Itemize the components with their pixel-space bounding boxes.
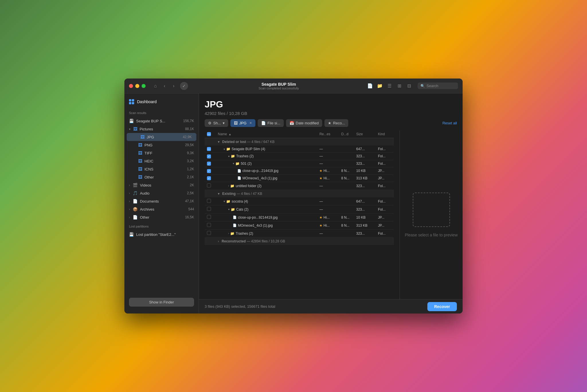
file-size-btn[interactable]: 📄 File si... (258, 119, 284, 127)
folder-icon: 📁 (231, 207, 235, 211)
reconstructed-section-header: › Reconstructed — 42894 files / 10,28 GB (205, 238, 394, 245)
folder-icon: 📁 (235, 162, 240, 166)
sidebar-item-jpg[interactable]: 🖼 JPG 42,9K (127, 133, 196, 141)
sidebar-item-audio[interactable]: › 🎵 Audio 2,5K (124, 189, 199, 197)
recover-button[interactable]: Recover (427, 302, 457, 311)
documents-label: Documents (140, 199, 159, 203)
sidebar-item-other-pics[interactable]: 🖼 Other 2,1K (124, 173, 199, 181)
row-checkbox-seagate[interactable]: — (207, 147, 211, 151)
audio-count: 2,5K (187, 191, 194, 195)
date-modified-btn[interactable]: 📅 Date modified (286, 119, 322, 127)
folder-icon-btn[interactable]: 📁 (376, 82, 384, 90)
table-row: ▾ 📁 socotra (4) — 647... Fol... (205, 197, 394, 205)
file-table-container[interactable]: — Name ▲ Re...es D...d Size Kind (199, 130, 400, 299)
other-expand: › (129, 216, 130, 219)
preview-placeholder (413, 193, 450, 227)
recover-filter-btn[interactable]: ★ Reco... (324, 119, 348, 127)
home-button[interactable]: ⌂ (151, 82, 159, 90)
sidebar: Dashboard Scan results 💾 Seagate BUP S..… (124, 93, 199, 313)
sidebar-item-heic[interactable]: 🖼 HEIC 3,2K (124, 157, 199, 165)
lost-partitions-label: Lost partitions (124, 221, 199, 230)
videos-count: 2K (190, 183, 194, 187)
row-checkbox-untitled[interactable] (207, 183, 211, 187)
row-checkbox-closeup2[interactable] (207, 215, 211, 219)
deleted-collapse[interactable]: ▾ (218, 140, 220, 144)
show-filter-btn[interactable]: ⚙ Sh... ▾ (205, 119, 228, 127)
table-row: ✓ ▾ 📁 501 (2) — 32 (205, 160, 394, 167)
videos-expand: › (129, 184, 130, 187)
reconstructed-collapse[interactable]: › (218, 239, 219, 243)
other-count: 16,5K (185, 215, 194, 219)
grid-view-btn[interactable]: ⊞ (395, 82, 403, 90)
seagate-count: 156,7K (183, 119, 194, 123)
table-row: 📄 close-up-po...9214419.jpg ★ Hi... 8 N.… (205, 213, 394, 222)
sidebar-item-tiff[interactable]: 🖼 TIFF 9,3K (124, 149, 199, 157)
row-name: Cats (2) (236, 207, 249, 211)
close-button[interactable] (129, 84, 133, 88)
table-preview-area: — Name ▲ Re...es D...d Size Kind (199, 130, 463, 299)
sidebar-bottom: Show in Finder (124, 294, 199, 310)
sidebar-item-seagate[interactable]: 💾 Seagate BUP S... 156,7K (124, 117, 199, 125)
row-checkbox-trashes2[interactable] (207, 231, 211, 235)
window-title: Seagate BUP Slim (261, 82, 296, 87)
sidebar-item-png[interactable]: 🖼 PNG 29,5K (124, 141, 199, 149)
archives-icon: 📦 (133, 207, 138, 211)
search-bar[interactable]: 🔍 (418, 83, 458, 89)
search-input[interactable] (426, 84, 455, 88)
pictures-expand: ▾ (129, 128, 130, 131)
minimize-button[interactable] (135, 84, 139, 88)
titlebar-center: Seagate BUP Slim Scan completed successf… (191, 82, 366, 90)
forward-button[interactable]: › (170, 82, 178, 90)
row-name: socotra (4) (232, 199, 248, 203)
sidebar-item-pictures[interactable]: ▾ 🖼 Pictures 88,1K (124, 125, 199, 133)
sidebar-item-documents[interactable]: › 📄 Documents 47,1K (124, 197, 199, 205)
dashboard-item[interactable]: Dashboard (124, 97, 199, 107)
back-button[interactable]: ‹ (161, 82, 169, 90)
jpg-icon: 🖼 (140, 135, 144, 139)
sidebar-item-archives[interactable]: › 📦 Archives 544 (124, 205, 199, 213)
row-checkbox-501[interactable]: ✓ (207, 162, 211, 166)
sidebar-item-icns[interactable]: 🖼 ICNS 1,2K (124, 165, 199, 173)
tiff-label: TIFF (144, 151, 152, 155)
select-all-checkbox[interactable]: — (207, 132, 211, 136)
existing-collapse[interactable]: ▾ (218, 192, 220, 196)
sidebar-item-other[interactable]: › 📄 Other 16,5K (124, 213, 199, 221)
traffic-lights (129, 84, 146, 88)
pictures-count: 88,1K (185, 127, 194, 131)
documents-icon: 📄 (133, 199, 138, 203)
scan-results-label: Scan results (124, 110, 199, 117)
jpg-filter-close[interactable]: ✕ (249, 121, 252, 125)
row-checkbox-momeow2[interactable] (207, 223, 211, 227)
row-checkbox-trashes[interactable]: ✓ (207, 154, 211, 158)
row-size: 647... (354, 146, 376, 153)
other-icon: 📄 (133, 215, 138, 219)
row-checkbox-closeup[interactable]: ✓ (207, 169, 211, 173)
reset-all-btn[interactable]: Reset all (442, 121, 457, 125)
recover-filter-icon: ★ (328, 121, 331, 125)
archives-label: Archives (140, 207, 154, 211)
status-icon: ✓ (180, 82, 188, 90)
sidebar-item-videos[interactable]: › 🎬 Videos 2K (124, 181, 199, 189)
row-checkbox-cats[interactable] (207, 207, 211, 211)
file-icon-btn[interactable]: 📄 (366, 82, 374, 90)
heic-count: 3,2K (187, 159, 194, 163)
maximize-button[interactable] (142, 84, 146, 88)
jpg-filter-btn[interactable]: 🖼 JPG ✕ (230, 119, 255, 127)
seagate-label: Seagate BUP S... (136, 119, 165, 123)
split-view-btn[interactable]: ⊟ (405, 82, 413, 90)
show-finder-button[interactable]: Show in Finder (129, 298, 194, 307)
archives-expand: › (129, 208, 130, 211)
folder-icon: 📁 (230, 232, 234, 236)
existing-section-header: ▾ Existing — 4 files / 47 KB (205, 190, 394, 198)
list-view-btn[interactable]: ☰ (386, 82, 394, 90)
row-checkbox-momeow[interactable]: ✓ (207, 176, 211, 180)
row-checkbox-socotra[interactable] (207, 199, 211, 203)
dashboard-label: Dashboard (137, 99, 157, 104)
table-row: ✓ ▾ 📁 Trashes (2) — (205, 153, 394, 160)
other-pics-count: 2,1K (187, 175, 194, 179)
icns-count: 1,2K (187, 167, 194, 171)
sort-arrow: ▲ (228, 133, 231, 136)
file-size-icon: 📄 (261, 121, 266, 125)
icns-label: ICNS (144, 167, 153, 171)
sidebar-item-lost-partition[interactable]: 💾 Lost partition "StarE2..." (124, 230, 199, 238)
